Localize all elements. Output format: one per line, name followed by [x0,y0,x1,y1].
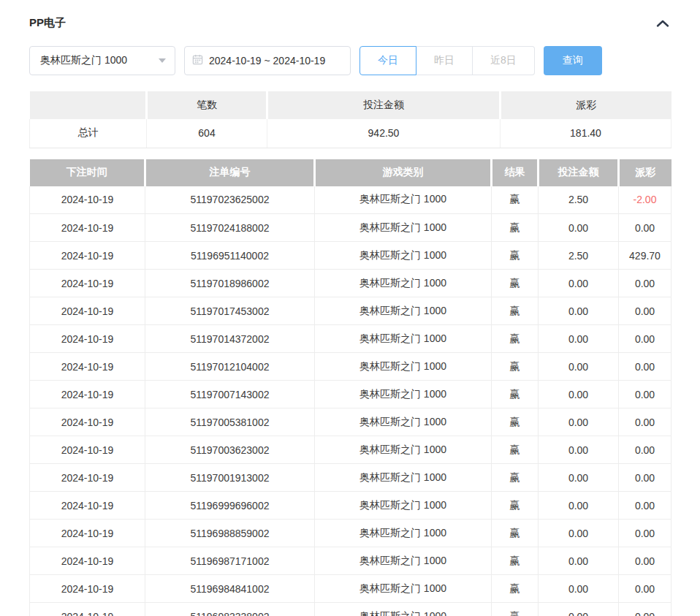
cell-payout: 0.00 [619,381,672,408]
cell-payout: 0.00 [619,297,672,325]
filter-bar: 奥林匹斯之门 1000 2024-10-19 ~ 2024-10-19 今日昨日… [29,46,671,75]
cell-result: 赢 [492,408,539,436]
header-bet-no: 注单编号 [145,159,315,186]
search-button[interactable]: 查询 [544,46,602,75]
quick-range-button[interactable]: 昨日 [416,46,473,75]
cell-result: 赢 [492,436,539,464]
table-row: 2024-10-1951197007143002奥林匹斯之门 1000赢0.00… [30,381,672,408]
cell-bet-time: 2024-10-19 [30,297,145,325]
table-row: 2024-10-1951196951140002奥林匹斯之门 1000赢2.50… [30,242,672,270]
cell-bet-no: 51196951140002 [145,242,315,270]
summary-header-count: 笔数 [147,91,267,119]
cell-result: 赢 [492,381,539,408]
game-select-value: 奥林匹斯之门 1000 [40,54,127,67]
calendar-icon [192,54,203,68]
table-row: 2024-10-1951197003623002奥林匹斯之门 1000赢0.00… [30,436,672,464]
table-row: 2024-10-1951196988859002奥林匹斯之门 1000赢0.00… [30,520,672,547]
cell-bet-amount: 0.00 [539,547,619,575]
bets-table: 下注时间 注单编号 游戏类别 结果 投注金额 派彩 2024-10-195119… [29,159,672,616]
cell-bet-amount: 0.00 [539,325,619,353]
cell-game: 奥林匹斯之门 1000 [315,270,492,297]
cell-bet-amount: 0.00 [539,214,619,242]
cell-result: 赢 [492,520,539,547]
quick-range-group: 今日昨日近8日 [359,46,535,75]
table-row: 2024-10-1951196999696002奥林匹斯之门 1000赢0.00… [30,492,672,520]
cell-bet-no: 51196983338002 [145,603,315,616]
cell-game: 奥林匹斯之门 1000 [315,353,492,381]
bets-header-row: 下注时间 注单编号 游戏类别 结果 投注金额 派彩 [30,159,672,186]
cell-payout: 0.00 [619,547,672,575]
cell-payout: 0.00 [619,492,672,520]
cell-payout: -2.00 [619,186,672,214]
cell-game: 奥林匹斯之门 1000 [315,297,492,325]
cell-result: 赢 [492,492,539,520]
cell-game: 奥林匹斯之门 1000 [315,520,492,547]
header-payout: 派彩 [619,159,672,186]
chevron-up-icon [656,19,669,30]
cell-bet-no: 51197014372002 [145,325,315,353]
cell-bet-time: 2024-10-19 [30,242,145,270]
cell-bet-no: 51196999696002 [145,492,315,520]
cell-game: 奥林匹斯之门 1000 [315,575,492,603]
page-title: PP电子 [29,16,66,30]
cell-bet-no: 51197023625002 [145,186,315,214]
bets-table-body: 2024-10-1951197023625002奥林匹斯之门 1000赢2.50… [30,186,672,616]
cell-bet-amount: 0.00 [539,270,619,297]
date-range-picker[interactable]: 2024-10-19 ~ 2024-10-19 [184,46,351,75]
cell-bet-time: 2024-10-19 [30,436,145,464]
header-game-category: 游戏类别 [315,159,492,186]
cell-bet-no: 51196988859002 [145,520,315,547]
table-row: 2024-10-1951197018986002奥林匹斯之门 1000赢0.00… [30,270,672,297]
cell-bet-amount: 0.00 [539,381,619,408]
header-bet-time: 下注时间 [30,159,145,186]
cell-game: 奥林匹斯之门 1000 [315,214,492,242]
table-row: 2024-10-1951196984841002奥林匹斯之门 1000赢0.00… [30,575,672,603]
summary-header-row: 笔数 投注金额 派彩 [30,91,672,119]
cell-bet-time: 2024-10-19 [30,520,145,547]
cell-result: 赢 [492,464,539,492]
summary-total-count: 604 [147,119,267,148]
cell-game: 奥林匹斯之门 1000 [315,325,492,353]
table-row: 2024-10-1951197014372002奥林匹斯之门 1000赢0.00… [30,325,672,353]
cell-bet-no: 51197003623002 [145,436,315,464]
cell-bet-time: 2024-10-19 [30,603,145,616]
cell-bet-no: 51197012104002 [145,353,315,381]
game-select[interactable]: 奥林匹斯之门 1000 [29,46,175,75]
collapse-button[interactable] [655,18,671,29]
report-panel: PP电子 奥林匹斯之门 1000 2024-10-19 ~ 2024-10-19… [0,0,700,616]
cell-bet-amount: 0.00 [539,408,619,436]
summary-header-payout: 派彩 [501,91,672,119]
cell-result: 赢 [492,603,539,616]
cell-bet-no: 51197017453002 [145,297,315,325]
cell-bet-time: 2024-10-19 [30,353,145,381]
summary-table: 笔数 投注金额 派彩 总计 604 942.50 181.40 [29,91,672,148]
cell-payout: 429.70 [619,242,672,270]
cell-bet-no: 51197007143002 [145,381,315,408]
quick-range-button[interactable]: 今日 [359,46,416,75]
cell-bet-no: 51197024188002 [145,214,315,242]
cell-game: 奥林匹斯之门 1000 [315,464,492,492]
table-row: 2024-10-1951197017453002奥林匹斯之门 1000赢0.00… [30,297,672,325]
cell-bet-time: 2024-10-19 [30,464,145,492]
cell-bet-no: 51197001913002 [145,464,315,492]
cell-bet-time: 2024-10-19 [30,186,145,214]
cell-payout: 0.00 [619,520,672,547]
cell-bet-time: 2024-10-19 [30,547,145,575]
cell-bet-amount: 0.00 [539,575,619,603]
cell-bet-time: 2024-10-19 [30,325,145,353]
header-result: 结果 [492,159,539,186]
cell-payout: 0.00 [619,436,672,464]
cell-result: 赢 [492,186,539,214]
cell-bet-time: 2024-10-19 [30,408,145,436]
cell-bet-no: 51197005381002 [145,408,315,436]
cell-bet-time: 2024-10-19 [30,214,145,242]
table-row: 2024-10-1951197012104002奥林匹斯之门 1000赢0.00… [30,353,672,381]
cell-bet-amount: 0.00 [539,353,619,381]
cell-game: 奥林匹斯之门 1000 [315,242,492,270]
quick-range-button[interactable]: 近8日 [473,46,535,75]
cell-result: 赢 [492,242,539,270]
panel-header: PP电子 [29,0,671,30]
table-row: 2024-10-1951197023625002奥林匹斯之门 1000赢2.50… [30,186,672,214]
cell-payout: 0.00 [619,603,672,616]
summary-total-bet-amount: 942.50 [267,119,501,148]
